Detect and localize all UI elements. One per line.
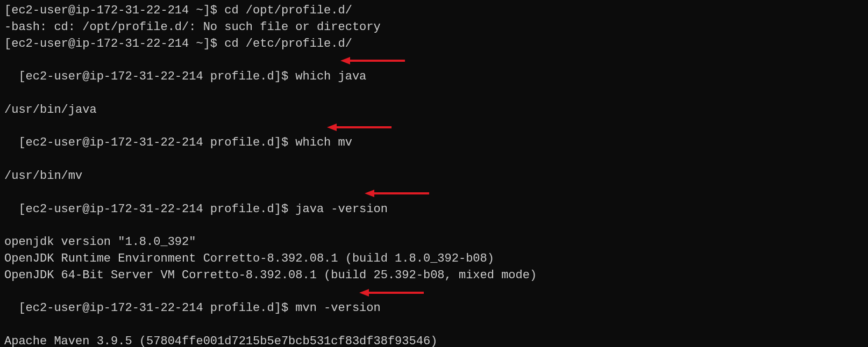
svg-marker-3 — [327, 124, 337, 131]
terminal-text: [ec2-user@ip-172-31-22-214 profile.d]$ j… — [18, 203, 388, 216]
terminal-line: openjdk version "1.8.0_392" — [4, 234, 864, 251]
terminal-line: [ec2-user@ip-172-31-22-214 profile.d]$ m… — [4, 284, 864, 334]
terminal-line: [ec2-user@ip-172-31-22-214 profile.d]$ w… — [4, 119, 864, 168]
terminal-line: [ec2-user@ip-172-31-22-214 profile.d]$ j… — [4, 185, 864, 234]
terminal-line: /usr/bin/mv — [4, 168, 864, 185]
terminal-text: [ec2-user@ip-172-31-22-214 profile.d]$ m… — [18, 301, 380, 315]
arrow-annotation — [340, 55, 405, 66]
arrow-annotation — [359, 287, 424, 298]
terminal-line: /usr/bin/java — [4, 102, 864, 119]
arrow-annotation — [365, 188, 429, 199]
svg-marker-7 — [359, 289, 369, 297]
terminal-line: [ec2-user@ip-172-31-22-214 ~]$ cd /etc/p… — [4, 36, 864, 53]
terminal-line: OpenJDK Runtime Environment Corretto-8.3… — [4, 251, 864, 268]
terminal-line: -bash: cd: /opt/profile.d/: No such file… — [4, 19, 864, 36]
arrow-annotation — [327, 122, 392, 133]
terminal-line: OpenJDK 64-Bit Server VM Corretto-8.392.… — [4, 268, 864, 284]
svg-marker-5 — [365, 190, 374, 197]
terminal-line: [ec2-user@ip-172-31-22-214 profile.d]$ w… — [4, 52, 864, 102]
svg-marker-1 — [340, 57, 350, 64]
terminal-line: [ec2-user@ip-172-31-22-214 ~]$ cd /opt/p… — [4, 3, 864, 19]
terminal-line: Apache Maven 3.9.5 (57804ffe001d7215b5e7… — [4, 334, 864, 347]
terminal-text: [ec2-user@ip-172-31-22-214 profile.d]$ w… — [18, 70, 366, 83]
terminal-text: [ec2-user@ip-172-31-22-214 profile.d]$ w… — [18, 136, 352, 149]
